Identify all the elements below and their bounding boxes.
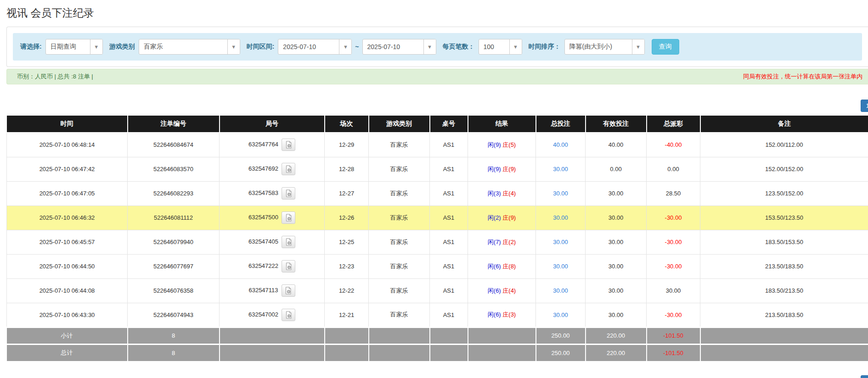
column-header: 结果 <box>468 116 536 133</box>
video-replay-button[interactable] <box>282 284 295 297</box>
payout-value: -30.00 <box>665 239 682 245</box>
session-cell: 12-21 <box>325 303 369 327</box>
session-cell: 12-28 <box>325 157 369 181</box>
total-bet-cell: 30.00 <box>536 230 586 254</box>
summary-count-cell: 8 <box>128 344 220 361</box>
video-replay-button[interactable] <box>282 187 295 200</box>
total-bet-cell: 30.00 <box>536 254 586 278</box>
table-no-cell: AS1 <box>430 206 468 230</box>
summary-empty-cell <box>700 344 868 361</box>
game-type-cell: 百家乐 <box>369 278 430 303</box>
round-id-cell: 632547764 <box>220 133 325 157</box>
video-replay-button[interactable] <box>282 309 295 321</box>
game-type-cell: 百家乐 <box>369 206 430 230</box>
remark-cell: 213.50/183.50 <box>700 303 868 327</box>
summary-count-cell: 8 <box>128 327 220 344</box>
result-cell: 闲(2) 庄(9) <box>468 206 536 230</box>
select-mode-dropdown[interactable]: ▼ <box>45 39 103 55</box>
chevron-down-icon[interactable]: ▼ <box>90 39 102 54</box>
date-from-dropdown[interactable]: ▼ <box>278 39 352 55</box>
chevron-down-icon[interactable]: ▼ <box>423 39 436 54</box>
remark-cell: 153.50/123.50 <box>700 206 868 230</box>
column-header: 时间 <box>7 116 128 133</box>
result-cell: 闲(9) 庄(5) <box>468 133 536 157</box>
summary-valid-bet-cell: 220.00 <box>586 327 647 344</box>
time-sort-dropdown[interactable]: ▼ <box>564 39 645 55</box>
date-from-input[interactable] <box>278 39 339 54</box>
payout-cell: 28.50 <box>647 181 700 206</box>
summary-empty-cell <box>468 344 536 361</box>
summary-empty-cell <box>220 327 325 344</box>
pagination-page-1-bottom[interactable]: 1 <box>861 375 868 378</box>
total-bet-link[interactable]: 30.00 <box>553 166 568 172</box>
total-bet-cell: 30.00 <box>536 303 586 327</box>
round-id-cell: 632547692 <box>220 157 325 181</box>
bet-id-cell: 522646076358 <box>128 278 220 303</box>
session-cell: 12-22 <box>325 278 369 303</box>
video-file-icon <box>285 311 292 319</box>
total-bet-link[interactable]: 40.00 <box>553 141 568 148</box>
page-title: 视讯 会员下注纪录 <box>6 0 868 20</box>
chevron-down-icon[interactable]: ▼ <box>227 39 240 54</box>
total-bet-link[interactable]: 30.00 <box>553 239 568 245</box>
page-size-dropdown[interactable]: ▼ <box>479 39 522 55</box>
total-bet-cell: 30.00 <box>536 278 586 303</box>
player-result: 闲(2) <box>488 214 501 221</box>
remark-cell: 123.50/152.00 <box>700 181 868 206</box>
payout-value: -40.00 <box>665 141 682 148</box>
search-button[interactable]: 查询 <box>652 39 679 55</box>
game-type-input[interactable] <box>139 39 227 54</box>
video-replay-button[interactable] <box>282 139 295 151</box>
chevron-down-icon[interactable]: ▼ <box>509 39 522 54</box>
total-bet-cell: 30.00 <box>536 206 586 230</box>
game-type-label: 游戏类别 <box>109 43 135 51</box>
date-to-dropdown[interactable]: ▼ <box>362 39 436 55</box>
select-mode-input[interactable] <box>46 39 90 54</box>
total-bet-cell: 30.00 <box>536 181 586 206</box>
table-header-row: 时间注单编号局号场次游戏类别桌号结果总投注有效投注总派彩备注 <box>7 116 868 133</box>
column-header: 游戏类别 <box>369 116 430 133</box>
page-size-input[interactable] <box>479 39 509 54</box>
session-cell: 12-23 <box>325 254 369 278</box>
chevron-down-icon[interactable]: ▼ <box>632 39 644 54</box>
total-bet-link[interactable]: 30.00 <box>553 190 568 197</box>
pagination-page-1[interactable]: 1 <box>861 100 868 112</box>
player-result: 闲(7) <box>488 239 501 245</box>
total-bet-cell: 30.00 <box>536 157 586 181</box>
bet-time-cell: 2025-07-10 06:44:50 <box>7 254 128 278</box>
total-bet-link[interactable]: 30.00 <box>553 214 568 221</box>
video-replay-button[interactable] <box>282 260 295 272</box>
valid-bet-cell: 30.00 <box>586 230 647 254</box>
summary-empty-cell <box>369 327 430 344</box>
remark-cell: 183.50/213.50 <box>700 278 868 303</box>
chevron-down-icon[interactable]: ▼ <box>339 39 351 54</box>
summary-payout-cell: -101.50 <box>647 327 700 344</box>
bet-id-cell: 522646081112 <box>128 206 220 230</box>
game-type-cell: 百家乐 <box>369 133 430 157</box>
bet-id-cell: 522646077697 <box>128 254 220 278</box>
round-id-text: 632547692 <box>248 165 278 172</box>
video-replay-button[interactable] <box>282 211 295 224</box>
session-cell: 12-27 <box>325 181 369 206</box>
column-header: 有效投注 <box>586 116 647 133</box>
total-bet-link[interactable]: 30.00 <box>553 263 568 270</box>
round-id-text: 632547002 <box>248 311 278 317</box>
result-cell: 闲(6) 庄(8) <box>468 254 536 278</box>
valid-bet-cell: 30.00 <box>586 278 647 303</box>
video-file-icon <box>285 189 292 197</box>
time-sort-input[interactable] <box>565 39 632 54</box>
total-bet-link[interactable]: 30.00 <box>553 311 568 318</box>
payout-value: -30.00 <box>665 214 682 221</box>
valid-bet-cell: 0.00 <box>586 157 647 181</box>
video-replay-button[interactable] <box>282 236 295 248</box>
filter-panel: 请选择: ▼ 游戏类别 ▼ 时间区间: ▼ ~ ▼ <box>6 27 868 67</box>
banker-result: 庄(8) <box>502 263 516 270</box>
player-result: 闲(3) <box>488 190 501 197</box>
session-cell: 12-29 <box>325 133 369 157</box>
column-header: 局号 <box>220 116 325 133</box>
video-replay-button[interactable] <box>282 163 295 175</box>
date-to-input[interactable] <box>363 39 423 54</box>
total-bet-link[interactable]: 30.00 <box>553 287 568 294</box>
game-type-dropdown[interactable]: ▼ <box>139 39 240 55</box>
round-id-text: 632547764 <box>248 141 278 148</box>
